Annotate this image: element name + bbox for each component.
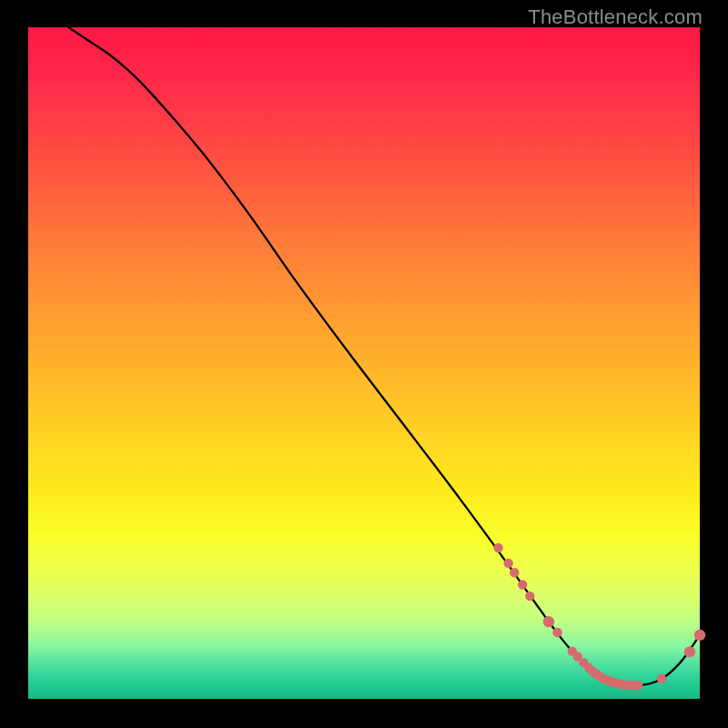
chart-svg [28,27,700,699]
data-point [525,592,534,601]
bottleneck-curve [68,27,700,686]
watermark-text: TheBottleneck.com [528,5,703,29]
data-point [633,681,642,690]
data-point [518,580,527,589]
data-point [493,543,502,552]
data-point [657,674,666,683]
data-point [510,568,519,577]
data-point [543,616,554,627]
data-point [694,630,705,641]
chart-frame: TheBottleneck.com [0,0,728,728]
data-point [503,559,512,568]
data-point [684,646,695,657]
data-point [552,628,561,637]
